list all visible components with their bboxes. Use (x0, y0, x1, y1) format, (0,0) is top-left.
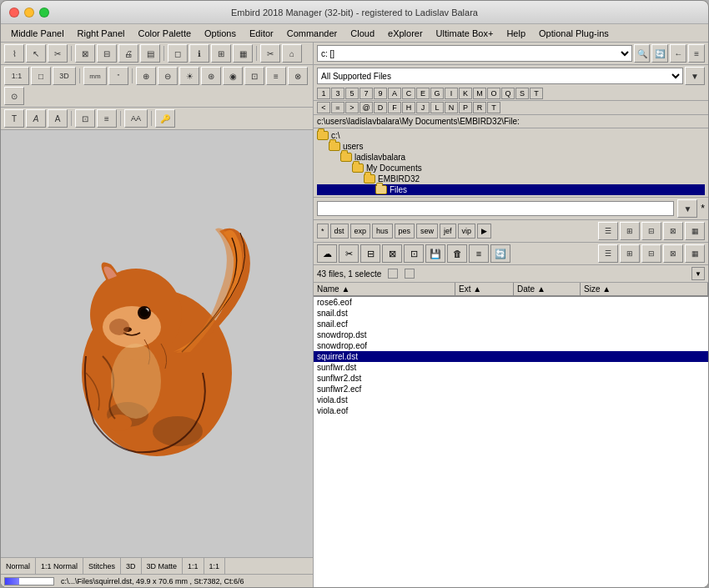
search-dropdown[interactable]: ▼ (677, 199, 697, 218)
tab-1to1-b[interactable]: 1:1 (204, 558, 226, 574)
tab-normal[interactable]: Normal (1, 558, 36, 574)
tab-1to1-a[interactable]: 1:1 (183, 558, 204, 574)
nav-e[interactable]: E (416, 88, 430, 99)
ext-star[interactable]: * (317, 224, 329, 239)
menu-middle-panel[interactable]: Middle Panel (4, 27, 71, 40)
tool-aa[interactable]: AA (124, 109, 148, 128)
tab-3d[interactable]: 3D (121, 558, 142, 574)
filter-select[interactable]: All Supported Files (317, 68, 683, 84)
view2-a[interactable]: ☰ (598, 244, 618, 263)
nav-f[interactable]: F (388, 102, 401, 113)
menu-explorer[interactable]: eXplorer (381, 27, 430, 40)
sort-dropdown[interactable]: ▼ (691, 267, 705, 280)
tool-properties[interactable]: ▦ (233, 44, 253, 63)
drive-select[interactable]: c: [] (317, 45, 632, 62)
nav-i[interactable]: I (445, 88, 458, 99)
action-convert[interactable]: 🔄 (490, 244, 510, 263)
nav-s[interactable]: S (515, 88, 529, 99)
tool-extra4[interactable]: ⊙ (4, 87, 24, 105)
action-delete[interactable]: 🗑 (447, 244, 467, 263)
nav-n[interactable]: N (445, 102, 458, 113)
file-row-snowdrop-dst[interactable]: snowdrop.dst (314, 329, 708, 340)
file-row-sunflwr2-dst[interactable]: sunflwr2.dst (314, 373, 708, 384)
view2-d[interactable]: ⊠ (663, 244, 683, 263)
filter-go[interactable]: ▼ (685, 67, 705, 85)
file-row-rose6[interactable]: rose6.eof (314, 297, 708, 308)
action-cloud[interactable]: ☁ (317, 244, 337, 263)
tool-zoom-in[interactable]: ⊕ (136, 67, 156, 85)
tool-3d[interactable]: 3D (53, 67, 76, 85)
ext-hus[interactable]: hus (372, 224, 393, 239)
menu-help[interactable]: Help (500, 27, 532, 40)
view2-c[interactable]: ⊟ (641, 244, 661, 263)
tool-print[interactable]: 🖨 (118, 44, 138, 63)
ext-vip[interactable]: vip (458, 224, 476, 239)
menu-options[interactable]: Options (198, 27, 243, 40)
view2-e[interactable]: ▦ (685, 244, 705, 263)
tool-inch[interactable]: " (108, 67, 128, 85)
ext-dst[interactable]: dst (330, 224, 349, 239)
col-size-header[interactable]: Size ▲ (581, 283, 708, 295)
ext-jef[interactable]: jef (440, 224, 456, 239)
menu-right-panel[interactable]: Right Panel (71, 27, 132, 40)
action-props[interactable]: ≡ (469, 244, 489, 263)
tool-text[interactable]: T (4, 109, 24, 128)
folder-embird32[interactable]: EMBIRD32 (317, 173, 705, 184)
file-row-viola-dst[interactable]: viola.dst (314, 395, 708, 405)
nav-c[interactable]: C (402, 88, 415, 99)
extra-btn[interactable]: ≡ (688, 44, 705, 63)
file-row-snail-dst[interactable]: snail.dst (314, 308, 708, 319)
action-paste[interactable]: ⊠ (382, 244, 402, 263)
tool-paste[interactable]: ⊟ (97, 44, 117, 63)
menu-plugins[interactable]: Optional Plug-ins (532, 27, 616, 40)
tool-frame[interactable]: ⊡ (75, 109, 95, 128)
file-row-snowdrop-eof[interactable]: snowdrop.eof (314, 340, 708, 351)
view-list[interactable]: ☰ (598, 222, 618, 240)
nav-o[interactable]: O (487, 88, 500, 99)
tab-1to1-normal[interactable]: 1:1 Normal (36, 558, 83, 574)
nav-r[interactable]: R (473, 102, 486, 113)
minimize-button[interactable] (24, 8, 34, 18)
back-btn[interactable]: ← (670, 44, 686, 63)
view-grid-sm[interactable]: ⊞ (620, 222, 640, 240)
tool-layers[interactable]: ⊛ (201, 67, 221, 85)
nav-m[interactable]: M (473, 88, 486, 99)
tool-1to1[interactable]: 1:1 (4, 67, 29, 85)
close-button[interactable] (9, 8, 19, 18)
tool-zoom-out[interactable]: ⊖ (158, 67, 178, 85)
tool-brightness[interactable]: ☀ (179, 67, 199, 85)
tool-list[interactable]: ≡ (97, 109, 117, 128)
col-date-header[interactable]: Date ▲ (514, 283, 581, 295)
tool-text-style[interactable]: A (26, 109, 46, 128)
menu-color-palette[interactable]: Color Palette (131, 27, 198, 40)
nav-5[interactable]: 5 (345, 88, 359, 99)
nav-j[interactable]: J (416, 102, 430, 113)
tool-settings[interactable]: ◉ (223, 67, 243, 85)
nav-lt[interactable]: < (317, 102, 330, 113)
nav-a[interactable]: A (388, 88, 401, 99)
nav-eq[interactable]: = (331, 102, 344, 113)
menu-editor[interactable]: Editor (243, 27, 280, 40)
nav-l[interactable]: L (430, 102, 444, 113)
tool-mm[interactable]: mm (83, 67, 107, 85)
file-row-viola-eof[interactable]: viola.eof (314, 405, 708, 416)
action-cut[interactable]: ✂ (339, 244, 359, 263)
folder-files[interactable]: Files (317, 184, 705, 195)
ext-sew[interactable]: sew (416, 224, 438, 239)
nav-9[interactable]: 9 (374, 88, 387, 99)
tool-cut[interactable]: ✂ (48, 44, 68, 63)
col-name-header[interactable]: Name ▲ (314, 283, 455, 295)
menu-commander[interactable]: Commander (280, 27, 344, 40)
tab-stitches[interactable]: Stitches (83, 558, 121, 574)
tool-cut2[interactable]: ✂ (260, 44, 280, 63)
refresh-btn[interactable]: 🔍 (634, 44, 651, 63)
nav-t2[interactable]: T (487, 102, 500, 113)
ext-exp[interactable]: exp (350, 224, 371, 239)
file-row-squirrel[interactable]: squirrel.dst (314, 351, 708, 362)
tool-key[interactable]: 🔑 (155, 109, 175, 128)
folder-c[interactable]: c:\ (317, 130, 705, 141)
maximize-button[interactable] (39, 8, 49, 18)
file-row-snail-ecf[interactable]: snail.ecf (314, 319, 708, 329)
nav-p[interactable]: P (459, 102, 472, 113)
menu-cloud[interactable]: Cloud (344, 27, 381, 40)
